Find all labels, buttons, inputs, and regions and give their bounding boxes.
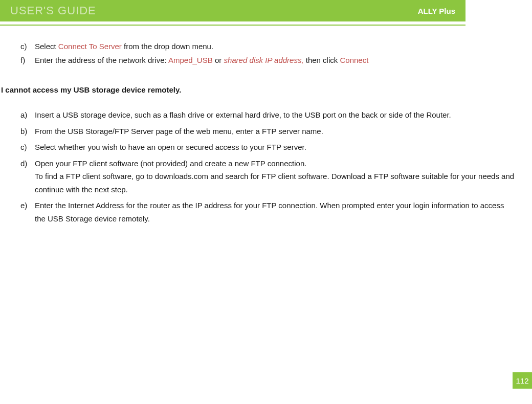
section-heading: I cannot access my USB storage device re…	[1, 85, 517, 94]
page-number: 112	[513, 372, 532, 389]
list-marker: c)	[20, 141, 35, 154]
page-content: c) Select Connect To Server from the dro…	[0, 26, 532, 225]
highlight-connect: Connect	[340, 56, 368, 64]
text-prefix: Select	[35, 42, 58, 51]
list-item-b: b) From the USB Storage/FTP Server page …	[20, 125, 517, 138]
list-text-line1: Open your FTP client software (not provi…	[35, 157, 517, 170]
list-item-f: f) Enter the address of the network driv…	[20, 55, 517, 66]
header-bar: USER'S GUIDE ALLY Plus	[0, 0, 465, 21]
list-marker: d)	[20, 157, 35, 196]
text-mid2: then click	[304, 56, 340, 64]
list-text: Insert a USB storage device, such as a f…	[35, 108, 517, 122]
list-item-a: a) Insert a USB storage device, such as …	[20, 108, 517, 122]
page-number-text: 112	[516, 376, 528, 385]
list-item-e: e) Enter the Internet Address for the ro…	[20, 199, 517, 225]
list-marker: f)	[20, 55, 35, 66]
header-product: ALLY Plus	[418, 7, 455, 15]
top-list: c) Select Connect To Server from the dro…	[20, 41, 517, 66]
list-text: Select whether you wish to have an open …	[35, 141, 517, 154]
list-text-line2: To find a FTP client software, go to dow…	[35, 170, 517, 196]
header-title: USER'S GUIDE	[10, 4, 96, 17]
text-suffix: from the drop down menu.	[122, 42, 213, 51]
list-text: Open your FTP client software (not provi…	[35, 157, 517, 196]
list-text: Select Connect To Server from the drop d…	[35, 41, 517, 53]
list-item-d: d) Open your FTP client software (not pr…	[20, 157, 517, 196]
list-text: Enter the Internet Address for the route…	[35, 199, 517, 225]
highlight-connect-to-server: Connect To Server	[58, 42, 122, 51]
list-marker: e)	[20, 199, 35, 225]
highlight-shared-disk: shared disk IP address,	[224, 56, 303, 64]
list-item-c2: c) Select whether you wish to have an op…	[20, 141, 517, 154]
text-prefix: Enter the address of the network drive:	[35, 56, 168, 64]
list-text: From the USB Storage/FTP Server page of …	[35, 125, 517, 138]
second-list: a) Insert a USB storage device, such as …	[20, 108, 517, 225]
list-item-c: c) Select Connect To Server from the dro…	[20, 41, 517, 53]
highlight-amped-usb: Amped_USB	[168, 56, 215, 64]
list-marker: b)	[20, 125, 35, 138]
list-text: Enter the address of the network drive: …	[35, 55, 517, 66]
list-marker: a)	[20, 108, 35, 122]
list-marker: c)	[20, 41, 35, 53]
text-mid: or	[215, 56, 224, 64]
